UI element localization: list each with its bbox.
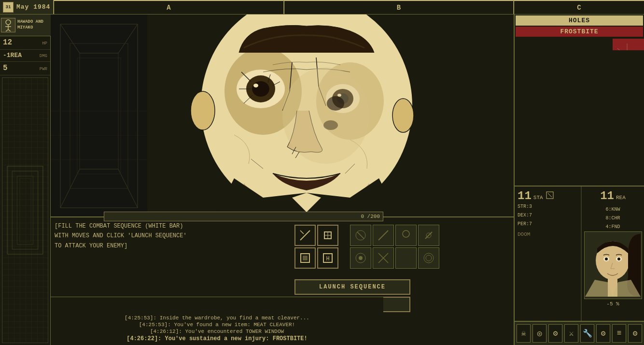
move-cell-special[interactable]: H <box>317 247 338 269</box>
move-cell-4[interactable] <box>418 225 439 246</box>
tab-a[interactable]: A <box>54 0 283 14</box>
main-content: HAWADO AND MIYAKO 12 HP -1REA DMG 5 <box>0 14 644 345</box>
p2-fnd: 4:FND <box>602 223 623 231</box>
dmg-label: DMG <box>40 54 47 58</box>
instruction-line1: [FILL THE COMBAT SEQUENCE (WHITE BAR) <box>55 223 183 230</box>
calendar-icon: 31 <box>3 2 14 13</box>
svg-line-3 <box>6 29 8 31</box>
log-entry-2: [4:25:53]: You've found a new item: MEAT… <box>56 322 378 328</box>
stats-row-main: 11 STA STR:3 DEX:7 PER:7 DOOM <box>515 187 644 321</box>
svg-text:H: H <box>326 256 329 262</box>
action-settings[interactable]: ⚙ <box>628 324 642 343</box>
hp-value: 12 <box>3 38 12 47</box>
log-area: [4:25:53]: Inside the wardrobe, you find… <box>51 297 383 345</box>
move-cell-shield[interactable] <box>317 225 338 246</box>
player1-stats: 11 STA STR:3 DEX:7 PER:7 DOOM <box>515 187 581 321</box>
move-cell-slash[interactable] <box>294 225 316 246</box>
p2-rea-value: 11 <box>600 189 614 202</box>
svg-line-4 <box>8 29 11 31</box>
svg-point-70 <box>424 253 434 263</box>
tab-b[interactable]: B <box>284 0 514 14</box>
svg-point-0 <box>6 20 11 25</box>
svg-rect-8 <box>19 178 30 242</box>
character-portrait-bottom <box>584 231 642 299</box>
face-illustration <box>99 14 514 216</box>
tab-c[interactable]: C <box>514 0 644 14</box>
right-move-grid <box>350 225 439 269</box>
center-area: [FILL THE COMBAT SEQUENCE (WHITE BAR) WI… <box>51 14 514 345</box>
p1-sta-value: 11 <box>518 189 532 202</box>
tab-a-label: A <box>167 4 170 12</box>
svg-point-88 <box>617 258 620 260</box>
game-container: 31 May 1984 A B C <box>0 0 644 345</box>
action-menu[interactable]: ≡ <box>612 324 626 343</box>
date-display: May 1984 <box>16 3 50 11</box>
log-entry-1: [4:25:53]: Inside the wardrobe, you find… <box>56 315 378 321</box>
svg-point-27 <box>252 81 269 97</box>
log-entry-4: [4:26:22]: You've sustained a new injury… <box>56 335 378 342</box>
combat-instructions: [FILL THE COMBAT SEQUENCE (WHITE BAR) WI… <box>55 221 187 251</box>
svg-rect-5 <box>7 166 43 254</box>
move-cell-1[interactable] <box>350 225 371 246</box>
svg-point-63 <box>403 230 409 237</box>
char-portrait: HAWADO AND MIYAKO <box>0 14 51 36</box>
p1-sta-label: STA <box>533 195 543 201</box>
dmg-block: -1REA DMG <box>0 50 50 62</box>
action-skull[interactable]: ☠ <box>517 324 531 343</box>
hp-block: 12 HP <box>0 36 50 50</box>
svg-rect-57 <box>303 256 308 260</box>
move-cell-move[interactable] <box>294 247 316 269</box>
svg-point-86 <box>605 258 608 260</box>
condition-frostbite: FROSTBITE <box>516 27 643 37</box>
move-cell-6[interactable] <box>373 247 394 269</box>
pwr-block: 5 PWR <box>0 62 50 75</box>
launch-sequence-button[interactable]: LAUNCH SEQUENCE <box>294 279 410 295</box>
action-gear2[interactable]: ⚙ <box>596 324 610 343</box>
left-sidebar: HAWADO AND MIYAKO 12 HP -1REA DMG 5 <box>0 14 51 345</box>
p2-percent: -5 % <box>604 299 621 309</box>
dmg-value: -1REA <box>3 52 22 59</box>
svg-point-43 <box>392 99 414 132</box>
instruction-line3: TO ATTACK YOUR ENEMY] <box>55 243 127 249</box>
move-cell-7[interactable] <box>395 247 417 269</box>
move-cell-5[interactable] <box>350 247 371 269</box>
move-cell-8[interactable] <box>418 247 439 269</box>
action-circle[interactable]: ◎ <box>532 324 546 343</box>
instruction-line2: WITH MOVES AND CLICK 'LAUNCH SEQUENCE' <box>55 232 187 239</box>
svg-point-42 <box>191 91 215 130</box>
tab-c-label: C <box>577 4 581 12</box>
svg-point-28 <box>253 84 258 87</box>
right-panel-top: HOLES FROSTBITE <box>515 14 644 186</box>
char-stats-panel: 11 STA STR:3 DEX:7 PER:7 DOOM <box>515 186 644 321</box>
action-sword[interactable]: ⚔ <box>564 324 578 343</box>
condition-holes: HOLES <box>516 15 643 26</box>
p2-chr: 8:CHR <box>602 214 623 223</box>
p1-str: STR:3 <box>518 202 578 211</box>
p2-knw: 6:KNW <box>602 205 623 214</box>
date-section: 31 May 1984 <box>0 0 54 14</box>
calendar-day: 31 <box>6 5 11 10</box>
pwr-label: PWR <box>40 67 47 72</box>
action-gear1[interactable]: ⚙ <box>548 324 562 343</box>
left-move-grid: H <box>294 225 338 269</box>
p1-per: PER:7 <box>518 220 578 229</box>
portrait-col: 11 REA 6:KNW 8:CHR 4:FND <box>581 187 644 321</box>
move-cell-3[interactable] <box>395 225 417 246</box>
action-wrench[interactable]: 🔧 <box>580 324 594 343</box>
p2-rea-label: REA <box>616 195 626 201</box>
move-cell-2[interactable] <box>373 225 394 246</box>
hp-label: HP <box>42 41 47 46</box>
sequence-counter: 0 /200 <box>361 214 380 219</box>
pwr-value: 5 <box>3 64 8 73</box>
right-panel: HOLES FROSTBITE <box>514 14 644 345</box>
sequence-bar: 0 /200 <box>104 212 383 221</box>
red-decoration <box>613 39 644 50</box>
svg-point-71 <box>426 255 432 261</box>
log-entry-3: [4:26:12]: You've encountered TOWER WIND… <box>56 329 378 334</box>
svg-line-82 <box>548 193 552 197</box>
art-area <box>51 14 514 217</box>
tab-b-label: B <box>397 4 401 12</box>
char-name: HAWADO AND MIYAKO <box>17 19 50 30</box>
top-bar: 31 May 1984 A B C <box>0 0 644 14</box>
p1-dex: DEX:7 <box>518 211 578 220</box>
